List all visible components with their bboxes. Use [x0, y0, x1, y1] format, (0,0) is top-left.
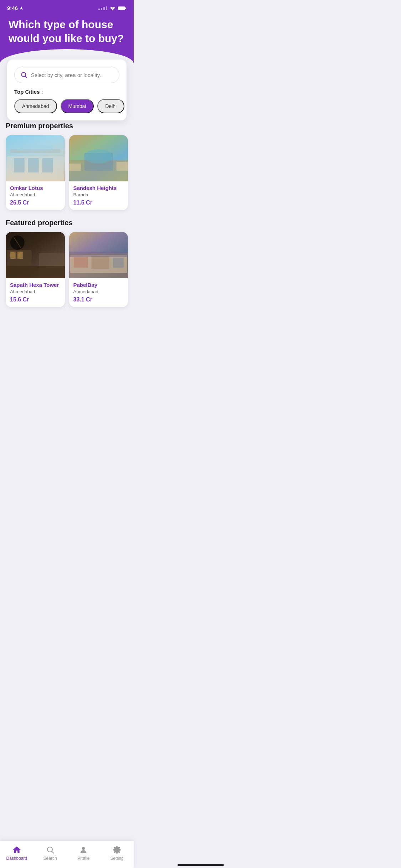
- property-price-omkar: 26.5 Cr: [10, 200, 61, 206]
- property-info-sandesh: Sandesh Heights Baroda 11.5 Cr: [69, 181, 128, 210]
- wifi-icon: [109, 6, 116, 11]
- property-location-sapath: Ahmedabad: [10, 289, 61, 294]
- svg-rect-33: [69, 252, 128, 257]
- search-icon: [20, 71, 27, 78]
- svg-rect-32: [113, 258, 123, 268]
- property-location-omkar: Ahmedabad: [10, 192, 61, 197]
- property-image-sandesh: [69, 135, 128, 181]
- svg-rect-10: [42, 158, 53, 172]
- svg-rect-16: [69, 164, 81, 171]
- cities-row: Ahmedabad Mumbai Delhi: [14, 99, 119, 113]
- property-name-sandesh: Sandesh Heights: [73, 185, 124, 191]
- svg-line-4: [25, 76, 27, 78]
- city-chip-delhi[interactable]: Delhi: [97, 99, 124, 113]
- time-display: 9:46: [7, 5, 18, 11]
- status-icons: [98, 6, 127, 11]
- city-chip-mumbai[interactable]: Mumbai: [61, 99, 94, 113]
- property-image-sapath: [6, 232, 65, 278]
- property-price-sapath: 15.6 Cr: [10, 296, 61, 303]
- property-img-svg-sapath: [6, 232, 65, 278]
- premium-section-title: Premium properties: [6, 122, 128, 130]
- svg-rect-11: [17, 146, 53, 151]
- premium-properties-row: Omkar Lotus Ahmedabad 26.5 Cr: [6, 135, 128, 210]
- main-content: Premium properties: [0, 122, 134, 339]
- search-card: Top Cities : Ahmedabad Mumbai Delhi: [4, 60, 130, 120]
- svg-point-15: [84, 149, 113, 164]
- featured-section-title: Featured properties: [6, 219, 128, 227]
- svg-rect-17: [116, 162, 128, 171]
- svg-point-3: [21, 72, 26, 77]
- property-info-sapath: Sapath Hexa Tower Ahmedabad 15.6 Cr: [6, 278, 65, 307]
- property-name-omkar: Omkar Lotus: [10, 185, 61, 191]
- svg-rect-22: [17, 252, 23, 259]
- svg-rect-24: [6, 266, 65, 278]
- svg-rect-2: [118, 7, 125, 9]
- top-cities-label: Top Cities :: [14, 89, 119, 95]
- svg-rect-8: [14, 158, 25, 172]
- property-price-pabel: 33.1 Cr: [73, 296, 124, 303]
- battery-icon: [118, 6, 127, 11]
- property-card-omkar[interactable]: Omkar Lotus Ahmedabad 26.5 Cr: [6, 135, 65, 210]
- property-name-pabel: PabelBay: [73, 282, 124, 288]
- svg-rect-21: [10, 252, 16, 259]
- svg-rect-31: [91, 256, 109, 269]
- svg-rect-9: [28, 158, 39, 172]
- property-image-omkar: [6, 135, 65, 181]
- page-title: Which type of house would you like to bu…: [9, 17, 125, 45]
- featured-properties-row: Sapath Hexa Tower Ahmedabad 15.6 Cr: [6, 232, 128, 307]
- search-input-wrapper[interactable]: [14, 67, 119, 83]
- property-info-omkar: Omkar Lotus Ahmedabad 26.5 Cr: [6, 181, 65, 210]
- svg-rect-30: [73, 257, 88, 268]
- property-price-sandesh: 11.5 Cr: [73, 200, 124, 206]
- navigation-icon: [19, 6, 24, 10]
- city-chip-ahmedabad[interactable]: Ahmedabad: [14, 99, 57, 113]
- status-bar: 9:46: [0, 0, 134, 14]
- status-time: 9:46: [7, 5, 24, 11]
- property-card-pabel[interactable]: PabelBay Ahmedabad 33.1 Cr: [69, 232, 128, 307]
- property-location-sandesh: Baroda: [73, 192, 124, 197]
- location-search-input[interactable]: [31, 72, 113, 78]
- property-card-sapath[interactable]: Sapath Hexa Tower Ahmedabad 15.6 Cr: [6, 232, 65, 307]
- property-img-svg-omkar: [6, 135, 65, 181]
- property-img-svg-pabel: [69, 232, 128, 278]
- signal-icon: [98, 6, 107, 10]
- svg-rect-7: [10, 149, 60, 153]
- svg-rect-6: [7, 156, 64, 181]
- property-image-pabel: [69, 232, 128, 278]
- property-location-pabel: Ahmedabad: [73, 289, 124, 294]
- property-img-svg-sandesh: [69, 135, 128, 181]
- property-name-sapath: Sapath Hexa Tower: [10, 282, 61, 288]
- property-card-sandesh[interactable]: Sandesh Heights Baroda 11.5 Cr: [69, 135, 128, 210]
- svg-rect-5: [6, 135, 65, 181]
- property-info-pabel: PabelBay Ahmedabad 33.1 Cr: [69, 278, 128, 307]
- svg-rect-1: [125, 7, 126, 9]
